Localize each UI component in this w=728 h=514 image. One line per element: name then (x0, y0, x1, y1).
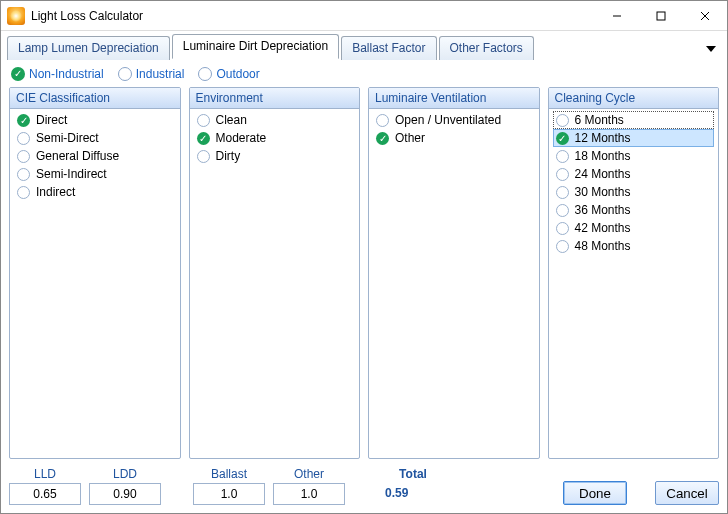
radio-unchecked-icon (556, 150, 569, 163)
ballast-input[interactable] (193, 483, 265, 505)
panel-header: Cleaning Cycle (549, 88, 719, 109)
option-label: 36 Months (575, 203, 631, 217)
tab-luminaire-dirt-depreciation[interactable]: Luminaire Dirt Depreciation (172, 34, 339, 59)
radio-checked-icon: ✓ (556, 132, 569, 145)
mode-non-industrial[interactable]: ✓ Non-Industrial (11, 67, 104, 81)
panel-header: Luminaire Ventilation (369, 88, 539, 109)
tab-ballast-factor[interactable]: Ballast Factor (341, 36, 436, 60)
option-label: Other (395, 131, 425, 145)
app-icon (7, 7, 25, 25)
chevron-down-icon (706, 46, 716, 52)
option-clean-42-months[interactable]: 42 Months (553, 219, 715, 237)
total-label: Total (397, 467, 429, 481)
close-button[interactable] (683, 1, 727, 31)
option-label: Open / Unventilated (395, 113, 501, 127)
mode-label: Outdoor (216, 67, 259, 81)
panel-cie-classification: CIE Classification ✓Direct Semi-Direct G… (9, 87, 181, 459)
option-clean-6-months[interactable]: 6 Months (553, 111, 715, 129)
mode-label: Non-Industrial (29, 67, 104, 81)
radio-unchecked-icon (197, 150, 210, 163)
radio-checked-icon: ✓ (11, 67, 25, 81)
panel-header: Environment (190, 88, 360, 109)
option-label: Indirect (36, 185, 75, 199)
radio-checked-icon: ✓ (376, 132, 389, 145)
option-cie-semi-direct[interactable]: Semi-Direct (14, 129, 176, 147)
total-value: 0.59 (377, 483, 449, 505)
option-clean-12-months[interactable]: ✓12 Months (553, 129, 715, 147)
cancel-button[interactable]: Cancel (655, 481, 719, 505)
titlebar: Light Loss Calculator (1, 1, 727, 31)
radio-checked-icon: ✓ (17, 114, 30, 127)
lld-label: LLD (32, 467, 58, 481)
done-button[interactable]: Done (563, 481, 627, 505)
mode-industrial[interactable]: Industrial (118, 67, 185, 81)
option-label: Semi-Direct (36, 131, 99, 145)
other-label: Other (292, 467, 326, 481)
ballast-label: Ballast (209, 467, 249, 481)
mode-label: Industrial (136, 67, 185, 81)
option-env-moderate[interactable]: ✓Moderate (194, 129, 356, 147)
ldd-label: LDD (111, 467, 139, 481)
tab-bar: Lamp Lumen Depreciation Luminaire Dirt D… (1, 31, 727, 59)
radio-checked-icon: ✓ (197, 132, 210, 145)
option-cie-direct[interactable]: ✓Direct (14, 111, 176, 129)
option-cie-semi-indirect[interactable]: Semi-Indirect (14, 165, 176, 183)
ldd-input[interactable] (89, 483, 161, 505)
option-vent-open-unventilated[interactable]: Open / Unventilated (373, 111, 535, 129)
footer: LLD LDD Ballast Other Total 0.59 Done Ca… (1, 463, 727, 513)
panel-environment: Environment Clean ✓Moderate Dirty (189, 87, 361, 459)
option-vent-other[interactable]: ✓Other (373, 129, 535, 147)
radio-unchecked-icon (17, 168, 30, 181)
option-label: 12 Months (575, 131, 631, 145)
panel-luminaire-ventilation: Luminaire Ventilation Open / Unventilate… (368, 87, 540, 459)
radio-unchecked-icon (376, 114, 389, 127)
option-cie-indirect[interactable]: Indirect (14, 183, 176, 201)
radio-unchecked-icon (17, 150, 30, 163)
option-label: 30 Months (575, 185, 631, 199)
mode-outdoor[interactable]: Outdoor (198, 67, 259, 81)
option-label: 18 Months (575, 149, 631, 163)
radio-unchecked-icon (197, 114, 210, 127)
other-input[interactable] (273, 483, 345, 505)
option-label: 48 Months (575, 239, 631, 253)
lld-input[interactable] (9, 483, 81, 505)
option-clean-18-months[interactable]: 18 Months (553, 147, 715, 165)
option-label: Direct (36, 113, 67, 127)
option-label: 24 Months (575, 167, 631, 181)
tab-lamp-lumen-depreciation[interactable]: Lamp Lumen Depreciation (7, 36, 170, 60)
option-cie-general-diffuse[interactable]: General Diffuse (14, 147, 176, 165)
radio-unchecked-icon (556, 168, 569, 181)
option-env-clean[interactable]: Clean (194, 111, 356, 129)
option-label: Semi-Indirect (36, 167, 107, 181)
radio-unchecked-icon (556, 204, 569, 217)
radio-unchecked-icon (17, 132, 30, 145)
tab-overflow-dropdown[interactable] (701, 39, 721, 59)
option-label: 42 Months (575, 221, 631, 235)
option-clean-24-months[interactable]: 24 Months (553, 165, 715, 183)
option-label: General Diffuse (36, 149, 119, 163)
radio-unchecked-icon (556, 114, 569, 127)
option-label: Clean (216, 113, 247, 127)
option-env-dirty[interactable]: Dirty (194, 147, 356, 165)
option-label: 6 Months (575, 113, 624, 127)
radio-unchecked-icon (556, 186, 569, 199)
mode-row: ✓ Non-Industrial Industrial Outdoor (9, 65, 719, 87)
svg-marker-4 (706, 46, 716, 52)
option-clean-30-months[interactable]: 30 Months (553, 183, 715, 201)
radio-unchecked-icon (556, 240, 569, 253)
panel-header: CIE Classification (10, 88, 180, 109)
svg-rect-1 (657, 12, 665, 20)
option-clean-48-months[interactable]: 48 Months (553, 237, 715, 255)
minimize-button[interactable] (595, 1, 639, 31)
radio-unchecked-icon (556, 222, 569, 235)
maximize-button[interactable] (639, 1, 683, 31)
window-title: Light Loss Calculator (31, 9, 595, 23)
tab-other-factors[interactable]: Other Factors (439, 36, 534, 60)
radio-unchecked-icon (198, 67, 212, 81)
option-clean-36-months[interactable]: 36 Months (553, 201, 715, 219)
option-label: Moderate (216, 131, 267, 145)
radio-unchecked-icon (118, 67, 132, 81)
radio-unchecked-icon (17, 186, 30, 199)
panels: CIE Classification ✓Direct Semi-Direct G… (9, 87, 719, 459)
panel-cleaning-cycle: Cleaning Cycle 6 Months ✓12 Months 18 Mo… (548, 87, 720, 459)
